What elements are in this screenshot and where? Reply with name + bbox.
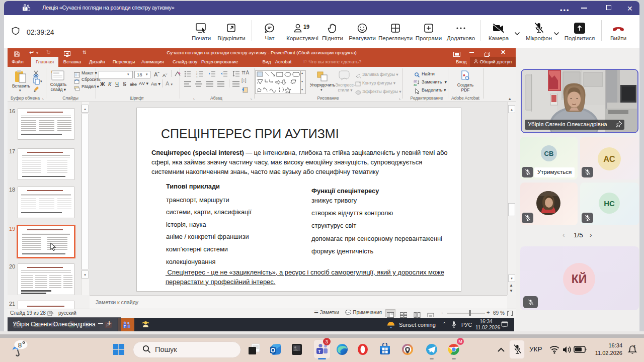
svg-text:T: T	[318, 349, 321, 354]
svg-text:z: z	[633, 344, 635, 348]
svg-text:8: 8	[18, 341, 22, 349]
svg-text:3: 3	[196, 75, 198, 78]
svg-text:ac: ac	[414, 83, 418, 86]
svg-text:T: T	[24, 7, 26, 11]
svg-text:T: T	[124, 325, 126, 328]
svg-text:A: A	[463, 73, 465, 77]
svg-text:19: 19	[303, 24, 309, 30]
